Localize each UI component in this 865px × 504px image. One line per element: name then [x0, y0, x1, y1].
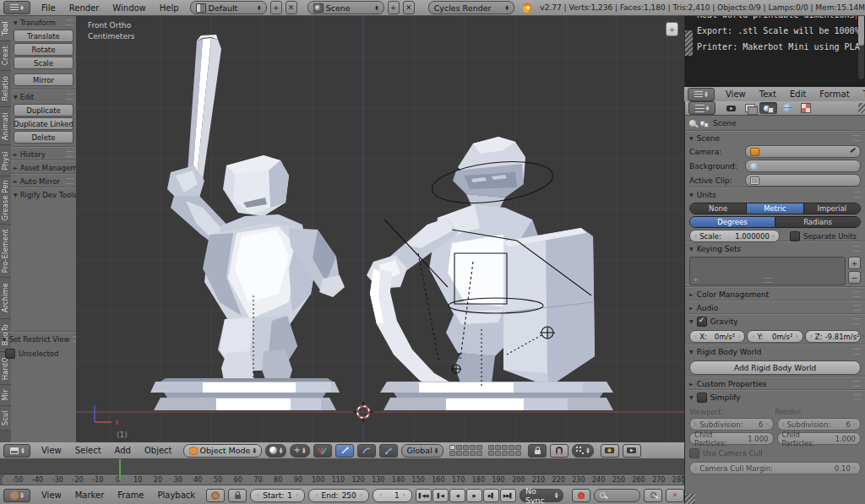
- orientation-dropdown[interactable]: Global: [401, 444, 444, 458]
- menu-object[interactable]: Object: [139, 445, 178, 456]
- toggle-radians[interactable]: Radians: [775, 217, 860, 227]
- text-line[interactable]: Export: .stl Scale will be 1000%: [697, 23, 865, 39]
- panel-header-color-management[interactable]: ► Color Management: [685, 287, 865, 301]
- layer-toggle[interactable]: [456, 445, 462, 450]
- rotate-button[interactable]: Rotate: [14, 43, 73, 56]
- render-opengl-anim-button[interactable]: [623, 444, 641, 458]
- layer-toggle[interactable]: [470, 451, 476, 456]
- layer-toggle[interactable]: [488, 445, 494, 450]
- area-resize-grip[interactable]: [685, 494, 695, 504]
- panel-header-rigid-body-world[interactable]: ▼ Rigid Body World: [685, 344, 865, 358]
- menu-file[interactable]: File: [35, 3, 62, 14]
- separate-units-checkbox[interactable]: [790, 231, 800, 241]
- menu-add[interactable]: Add: [109, 445, 137, 456]
- shelf-tab-physi[interactable]: Physi: [0, 145, 11, 176]
- editor-type-button-timeline[interactable]: [3, 489, 30, 502]
- eyedropper-icon[interactable]: [849, 149, 856, 155]
- panel-header-gravity[interactable]: ▼ Gravity: [685, 314, 865, 328]
- panel-header-keying-sets[interactable]: ▼ Keying Sets: [685, 241, 865, 255]
- menu-marker[interactable]: Marker: [69, 490, 111, 501]
- render-opengl-button[interactable]: [601, 444, 619, 458]
- layer-toggle[interactable]: [509, 445, 514, 450]
- editor-type-button-3dview[interactable]: [3, 444, 30, 458]
- delete-scene-button[interactable]: ✕: [403, 1, 415, 14]
- toggle-metric[interactable]: Metric: [747, 203, 803, 214]
- camera-cull-margin-field[interactable]: ‹ Camera Cull Margin: 0.10 ›: [689, 462, 861, 474]
- gravity-y-field[interactable]: ‹ Y: 0m/s² ›: [747, 330, 802, 343]
- menu-view[interactable]: View: [35, 445, 68, 456]
- viewport-scene[interactable]: x: [76, 15, 684, 442]
- duplicate-button[interactable]: Duplicate: [14, 104, 73, 117]
- insert-keyframe-button[interactable]: [644, 489, 662, 502]
- panel-header-custom-properties[interactable]: ► Custom Properties: [685, 377, 865, 390]
- gravity-z-field[interactable]: ‹ Z: -9.81m/s² ›: [805, 330, 861, 343]
- viewport-subdivision-field[interactable]: ‹Subdivision: 6›: [689, 418, 774, 431]
- menu-playback[interactable]: Playback: [151, 490, 201, 501]
- shelf-tab-relatio[interactable]: Relatio: [0, 71, 11, 107]
- remove-keying-set-button[interactable]: −: [848, 271, 861, 284]
- play-reverse-button[interactable]: ◀: [449, 489, 465, 502]
- render-subdivision-field[interactable]: ‹Subdivision: 6›: [777, 418, 862, 431]
- shelf-tab-tool[interactable]: Tool: [0, 15, 11, 41]
- rotate-manipulator-button[interactable]: [357, 444, 376, 458]
- layer-toggle[interactable]: [476, 445, 482, 450]
- lock-frame-button[interactable]: [228, 489, 247, 502]
- pin-icon[interactable]: [689, 120, 696, 127]
- menu-render[interactable]: Render: [63, 3, 106, 14]
- snap-toggle-button[interactable]: [550, 444, 569, 458]
- text-line[interactable]: Printer: Makerbot Mini using PLA filamen…: [697, 39, 865, 55]
- layer-toggle[interactable]: [502, 451, 508, 456]
- tab-render[interactable]: [722, 102, 740, 114]
- layer-toggle[interactable]: [449, 445, 455, 450]
- menu-help[interactable]: Help: [154, 3, 185, 14]
- layer-toggle[interactable]: [476, 451, 482, 456]
- unselected-checkbox[interactable]: [5, 349, 15, 359]
- add-scene-button[interactable]: +: [388, 1, 400, 14]
- duplicate-linked-button[interactable]: Duplicate Linked: [14, 117, 73, 130]
- layer-toggle[interactable]: [509, 451, 514, 456]
- list-filter-icon[interactable]: +: [693, 276, 699, 284]
- menu-select[interactable]: Select: [69, 445, 107, 456]
- layer-toggle[interactable]: [449, 451, 455, 456]
- gravity-x-field[interactable]: ‹ X: 0m/s² ›: [689, 330, 745, 343]
- panel-header-units[interactable]: ▼ Units: [685, 187, 865, 201]
- tab-texture[interactable]: [797, 102, 814, 114]
- panel-header-scene[interactable]: ▼ Scene: [685, 131, 865, 144]
- layer-toggle[interactable]: [515, 445, 521, 450]
- shelf-tab-scul[interactable]: Scul: [0, 406, 11, 431]
- editor-type-button-text[interactable]: [688, 88, 715, 101]
- add-layout-button[interactable]: +: [270, 1, 282, 14]
- menu-text[interactable]: Text: [753, 89, 782, 100]
- panel-header-asset-management[interactable]: ►Asset Management: [11, 160, 76, 174]
- layer-toggle[interactable]: [463, 445, 469, 450]
- menu-format[interactable]: Format: [813, 89, 855, 100]
- panel-header-history[interactable]: ►History: [11, 147, 76, 160]
- pivot-dropdown[interactable]: ✛: [290, 444, 309, 458]
- preview-range-button[interactable]: [206, 489, 225, 502]
- timeline-content[interactable]: [0, 459, 684, 474]
- toggle-imperial[interactable]: Imperial: [804, 203, 860, 214]
- text-editor-scrollbar[interactable]: [858, 5, 864, 79]
- scale-manipulator-button[interactable]: [379, 444, 398, 458]
- toggle-none[interactable]: None: [690, 203, 747, 214]
- screen-layout-dropdown[interactable]: Default: [190, 1, 267, 14]
- area-resize-grip[interactable]: [858, 103, 865, 113]
- translate-manipulator-button[interactable]: [335, 444, 354, 458]
- manipulator-toggle-button[interactable]: [313, 444, 332, 458]
- unit-scale-field[interactable]: ‹ Scale: 1.000000 ›: [689, 230, 780, 242]
- menu-edit[interactable]: Edit: [784, 89, 812, 100]
- delete-keyframe-button[interactable]: ✕: [666, 489, 684, 502]
- layer-toggle[interactable]: [456, 451, 462, 456]
- area-resize-grip[interactable]: [685, 30, 693, 56]
- region-expand-button[interactable]: +: [666, 22, 678, 36]
- shading-dropdown[interactable]: [265, 444, 286, 458]
- snap-element-dropdown[interactable]: [572, 444, 593, 458]
- gravity-checkbox[interactable]: [697, 317, 707, 327]
- panel-header-auto-mirror[interactable]: ►Auto Mirror: [11, 174, 76, 187]
- current-frame-field[interactable]: ‹ 1 ›: [373, 489, 412, 502]
- panel-header-edit[interactable]: ▼Edit: [11, 89, 76, 103]
- editor-type-button-info[interactable]: [3, 1, 30, 14]
- shelf-tab-animati[interactable]: Animati: [0, 107, 11, 145]
- panel-header-transform[interactable]: ▼Transform: [11, 15, 76, 29]
- render-child-particles-field[interactable]: Child Particles: 1.000: [777, 432, 862, 445]
